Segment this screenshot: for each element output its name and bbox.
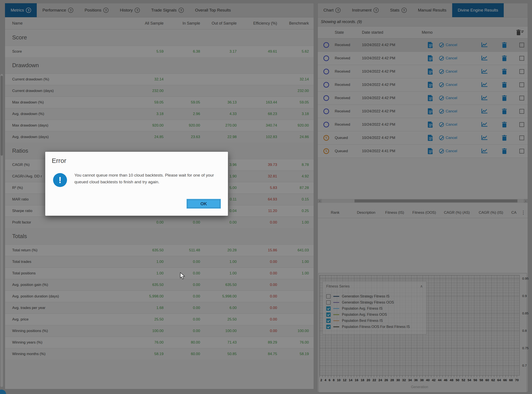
app-root: { "left_panel": { "tabs": [ {"label": "M… <box>0 0 532 394</box>
error-dialog: Error ! You cannot queue more than 10 cl… <box>45 152 228 216</box>
warning-icon: ! <box>53 173 67 187</box>
mouse-cursor <box>180 272 186 280</box>
dialog-message: You cannot queue more than 10 cloud back… <box>74 172 220 185</box>
ok-button[interactable]: OK <box>187 199 221 208</box>
dialog-title: Error <box>52 157 66 164</box>
